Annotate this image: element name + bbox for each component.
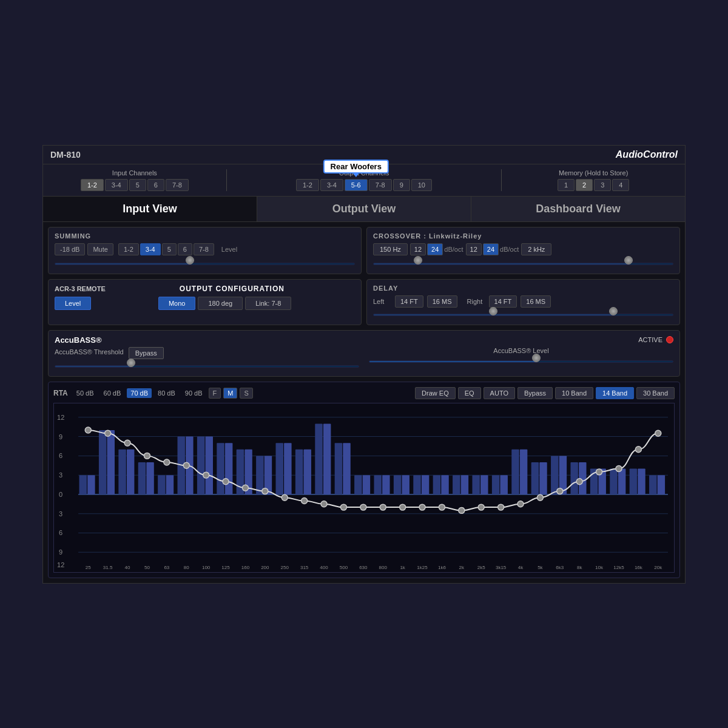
output-tab-1-2[interactable]: 1-2	[296, 179, 319, 191]
delay-left-ms[interactable]: 16 MS	[427, 295, 457, 308]
svg-text:8k: 8k	[577, 565, 582, 570]
delay-sliders	[373, 310, 673, 320]
crossover-db1b[interactable]: 24	[427, 243, 443, 255]
accubass-threshold-thumb[interactable]	[127, 359, 135, 367]
eq-db-60[interactable]: 60 dB	[100, 388, 125, 398]
config-panel: ACR-3 REMOTE OUTPUT CONFIGURATION Level …	[48, 279, 362, 325]
summing-tab-6[interactable]: 6	[178, 243, 192, 255]
output-link-btn[interactable]: Link: 7-8	[245, 297, 291, 310]
memory-tab-4[interactable]: 4	[612, 179, 629, 191]
summing-tab-5[interactable]: 5	[162, 243, 177, 255]
accubass-bypass-btn[interactable]: Bypass	[129, 347, 164, 359]
summing-slider[interactable]	[55, 259, 355, 269]
memory-tab-1[interactable]: 1	[558, 179, 575, 191]
crossover-fill	[374, 263, 628, 265]
summing-fill	[55, 263, 190, 265]
output-tab-5-6[interactable]: 5-6	[345, 179, 368, 191]
input-tab-7-8[interactable]: 7-8	[166, 179, 189, 191]
eq-db-90[interactable]: 90 dB	[181, 388, 206, 398]
summing-tab-7-8[interactable]: 7-8	[194, 243, 214, 255]
auto-btn[interactable]: AUTO	[484, 387, 515, 399]
svg-text:5k: 5k	[538, 565, 542, 570]
delay-thumb-right[interactable]	[609, 307, 618, 315]
delay-left-label: Left	[373, 298, 391, 305]
svg-rect-17	[79, 475, 87, 494]
accubass-level-thumb[interactable]	[532, 354, 541, 362]
delay-left-ft[interactable]: 14 FT	[395, 295, 423, 308]
crossover-freq2[interactable]: 2 kHz	[521, 243, 551, 255]
eq-mode-f[interactable]: F	[209, 388, 221, 399]
svg-point-123	[400, 504, 406, 510]
eq-db-80[interactable]: 80 dB	[154, 388, 179, 398]
memory-tab-3[interactable]: 3	[594, 179, 611, 191]
svg-point-125	[439, 504, 445, 510]
svg-rect-77	[472, 475, 479, 494]
draw-eq-btn[interactable]: Draw EQ	[415, 387, 456, 399]
svg-text:630: 630	[359, 565, 368, 570]
crossover-db1a[interactable]: 12	[410, 243, 426, 255]
summing-level-label: Level	[221, 246, 237, 253]
input-tab-5[interactable]: 5	[129, 179, 146, 191]
summing-tab-1-2[interactable]: 1-2	[118, 243, 139, 255]
output-tab-9[interactable]: 9	[393, 179, 410, 191]
crossover-controls: 150 Hz 12 24 dB/oct 12 24 dB/oct 2 kHz	[373, 243, 673, 255]
eq-mode-s[interactable]: S	[240, 388, 252, 399]
input-tab-6[interactable]: 6	[147, 179, 164, 191]
tab-input-view[interactable]: Input View	[43, 197, 257, 221]
band-10-btn[interactable]: 10 Band	[555, 387, 593, 399]
svg-text:3k15: 3k15	[496, 565, 507, 570]
summing-thumb[interactable]	[186, 256, 194, 265]
svg-text:9: 9	[59, 433, 62, 440]
svg-rect-60	[363, 475, 370, 494]
tab-dashboard-view[interactable]: Dashboard View	[471, 197, 685, 221]
crossover-thumb-2[interactable]	[624, 256, 633, 265]
delay-right-ms[interactable]: 16 MS	[521, 295, 551, 308]
svg-rect-81	[500, 475, 507, 494]
svg-rect-35	[197, 436, 204, 494]
band-30-btn[interactable]: 30 Band	[636, 387, 675, 399]
delay-right-ft[interactable]: 14 FT	[489, 295, 517, 308]
output-tab-7-8[interactable]: 7-8	[369, 179, 392, 191]
eq-db-50[interactable]: 50 dB	[73, 388, 98, 398]
eq-db-70[interactable]: 70 dB	[127, 388, 152, 398]
crossover-db2a[interactable]: 12	[466, 243, 482, 255]
crossover-db2b[interactable]: 24	[483, 243, 499, 255]
accubass-level-slider[interactable]	[369, 357, 673, 366]
acr-level-btn[interactable]: Level	[55, 297, 91, 310]
output-tab-3-4[interactable]: 3-4	[320, 179, 343, 191]
svg-point-121	[360, 504, 366, 510]
summing-tab-3-4[interactable]: 3-4	[140, 243, 161, 255]
delay-thumb-left[interactable]	[489, 307, 497, 315]
eq-mode-m[interactable]: M	[223, 388, 237, 399]
svg-text:50: 50	[144, 565, 150, 570]
input-tab-1-2[interactable]: 1-2	[81, 179, 104, 191]
svg-text:1k6: 1k6	[438, 565, 446, 570]
svg-text:3: 3	[59, 471, 62, 479]
memory-tab-2[interactable]: 2	[576, 179, 593, 191]
svg-rect-71	[433, 475, 440, 494]
summing-mute-btn[interactable]: Mute	[87, 243, 113, 255]
crossover-thumb-1[interactable]	[414, 256, 422, 265]
crossover-freq1[interactable]: 150 Hz	[373, 243, 408, 255]
svg-point-126	[459, 507, 465, 513]
svg-rect-72	[441, 475, 448, 494]
output-mono-btn[interactable]: Mono	[158, 297, 196, 310]
accubass-threshold-label: AccuBASS® Threshold	[55, 348, 124, 356]
output-tab-10[interactable]: 10	[411, 179, 432, 191]
crossover-db-group-1: 12 24 dB/oct	[410, 243, 463, 255]
input-tab-3-4[interactable]: 3-4	[105, 179, 128, 191]
tab-output-view[interactable]: Output View	[257, 197, 471, 221]
svg-text:0: 0	[59, 490, 62, 497]
svg-text:40: 40	[125, 565, 130, 570]
bypass-btn[interactable]: Bypass	[517, 387, 553, 399]
svg-rect-65	[394, 475, 401, 494]
accubass-threshold-slider[interactable]	[55, 362, 359, 371]
band-14-btn[interactable]: 14 Band	[596, 387, 634, 399]
output-deg-btn[interactable]: 180 deg	[198, 297, 243, 310]
svg-rect-104	[649, 475, 656, 494]
acr-label: ACR-3 REMOTE	[55, 285, 106, 292]
eq-btn[interactable]: EQ	[458, 387, 481, 399]
svg-rect-74	[453, 475, 460, 494]
svg-text:2k: 2k	[459, 565, 464, 570]
svg-text:12k5: 12k5	[613, 565, 624, 570]
